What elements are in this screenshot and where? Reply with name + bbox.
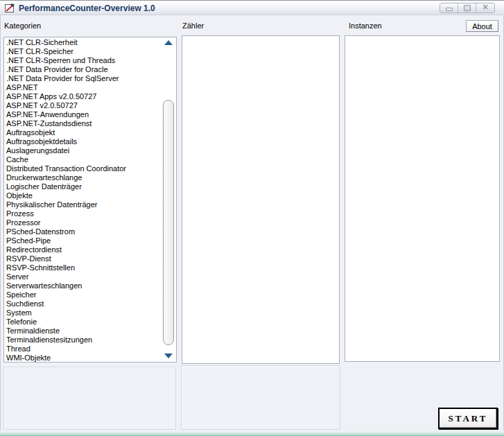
window-bottom-border bbox=[0, 430, 504, 436]
counter-detail-panel bbox=[181, 365, 340, 430]
list-item[interactable]: Druckerwarteschlange bbox=[4, 173, 162, 182]
list-item[interactable]: Terminaldienstesitzungen bbox=[4, 335, 162, 345]
list-item[interactable]: Distributed Transaction Coordinator bbox=[4, 164, 162, 173]
list-item[interactable]: PSched-Datenstrom bbox=[4, 227, 162, 236]
counters-label: Zähler bbox=[182, 21, 204, 30]
list-item[interactable]: PSched-Pipe bbox=[4, 236, 162, 245]
window-controls: ✕ bbox=[440, 3, 495, 13]
app-window: PerformanceCounter-Overview 1.0 ✕ Katego… bbox=[0, 0, 504, 436]
list-item[interactable]: Auftragsobjekt bbox=[4, 128, 162, 137]
list-item[interactable]: Thread bbox=[4, 345, 162, 354]
categories-label: Kategorien bbox=[4, 21, 41, 30]
list-item[interactable]: Logischer Datenträger bbox=[4, 182, 162, 191]
about-button[interactable]: About bbox=[466, 20, 498, 32]
list-item[interactable]: Suchdienst bbox=[4, 299, 162, 308]
maximize-button[interactable] bbox=[458, 3, 476, 12]
minimize-button[interactable] bbox=[440, 3, 458, 12]
list-item[interactable]: Prozess bbox=[4, 209, 162, 218]
list-item[interactable]: .NET CLR-Sperren und Threads bbox=[4, 56, 162, 65]
categories-list: .NET CLR-Sicherheit.NET CLR-Speicher.NET… bbox=[4, 38, 162, 363]
scroll-up-icon[interactable] bbox=[164, 40, 173, 45]
list-item[interactable]: Telefonie bbox=[4, 317, 162, 326]
list-item[interactable]: Cache bbox=[4, 155, 162, 164]
list-item[interactable]: Redirectordienst bbox=[4, 245, 162, 254]
instances-label: Instanzen bbox=[349, 21, 382, 30]
scrollbar-thumb[interactable] bbox=[163, 100, 174, 345]
categories-scrollbar[interactable] bbox=[163, 37, 175, 362]
list-item[interactable]: ASP.NET bbox=[4, 83, 162, 92]
start-button[interactable]: START bbox=[438, 408, 498, 429]
list-item[interactable]: .NET CLR-Sicherheit bbox=[4, 38, 162, 47]
categories-listbox[interactable]: .NET CLR-Sicherheit.NET CLR-Speicher.NET… bbox=[3, 37, 177, 363]
category-detail-panel bbox=[3, 367, 176, 430]
list-item[interactable]: ASP.NET-Anwendungen bbox=[4, 110, 162, 119]
list-item[interactable]: ASP.NET Apps v2.0.50727 bbox=[4, 92, 162, 101]
list-item[interactable]: RSVP-Schnittstellen bbox=[4, 263, 162, 272]
list-item[interactable]: ASP.NET v2.0.50727 bbox=[4, 101, 162, 110]
list-item[interactable]: Server bbox=[4, 272, 162, 281]
list-item[interactable]: ASP.NET-Zustandsdienst bbox=[4, 119, 162, 128]
list-item[interactable]: WMI-Objekte bbox=[4, 354, 162, 363]
list-item[interactable]: .NET CLR-Speicher bbox=[4, 47, 162, 56]
list-item[interactable]: Auftragsobjektdetails bbox=[4, 137, 162, 146]
close-button[interactable]: ✕ bbox=[476, 3, 494, 12]
maximize-icon bbox=[464, 5, 471, 11]
minimize-icon bbox=[446, 8, 453, 11]
window-title: PerformanceCounter-Overview 1.0 bbox=[19, 3, 155, 13]
list-item[interactable]: RSVP-Dienst bbox=[4, 254, 162, 263]
list-item[interactable]: System bbox=[4, 308, 162, 317]
list-item[interactable]: Prozessor bbox=[4, 218, 162, 227]
list-item[interactable]: Terminaldienste bbox=[4, 326, 162, 335]
list-item[interactable]: .NET Data Provider for Oracle bbox=[4, 65, 162, 74]
list-item[interactable]: Auslagerungsdatei bbox=[4, 146, 162, 155]
list-item[interactable]: Serverwarteschlangen bbox=[4, 281, 162, 290]
scroll-down-icon[interactable] bbox=[164, 354, 173, 358]
list-item[interactable]: Objekte bbox=[4, 191, 162, 200]
counters-listbox[interactable] bbox=[182, 35, 340, 364]
instances-listbox[interactable] bbox=[345, 35, 500, 362]
list-item[interactable]: .NET Data Provider for SqlServer bbox=[4, 74, 162, 83]
close-icon: ✕ bbox=[482, 3, 488, 12]
app-icon bbox=[4, 3, 15, 14]
list-item[interactable]: Speicher bbox=[4, 290, 162, 299]
list-item[interactable]: Physikalischer Datenträger bbox=[4, 200, 162, 209]
title-bar[interactable]: PerformanceCounter-Overview 1.0 ✕ bbox=[0, 0, 504, 15]
